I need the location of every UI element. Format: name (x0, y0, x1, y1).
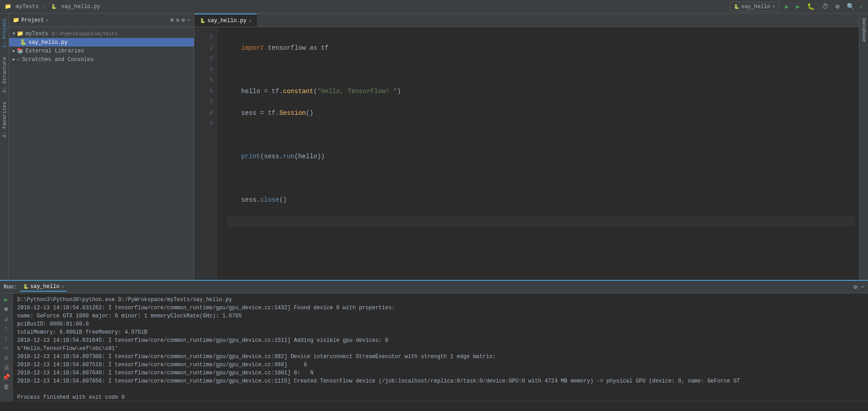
code-editor[interactable]: 1 2 3 4 5 6 7 8 9 import tensorflow as t… (194, 27, 859, 280)
scratch-icon: ✏ (17, 56, 20, 63)
run-restart-btn[interactable]: ↺ (4, 315, 8, 323)
run-print-btn[interactable]: 🖨 (3, 364, 9, 371)
expand-arrow-libs: ▶ (13, 48, 15, 53)
project-panel: 📁 Project ▾ ⚙ ⇅ ⚙ — ▼ 📁 myTexts D:\PyWro… (9, 14, 194, 280)
project-label: Project (21, 17, 44, 24)
folder-icon: 📁 (17, 30, 24, 37)
tab-close-btn[interactable]: ✕ (249, 18, 251, 24)
run-button[interactable]: ▶ (783, 2, 790, 11)
concurrency-button[interactable]: ⚙ (834, 2, 841, 11)
run-stop-btn[interactable]: ■ (4, 306, 8, 313)
tree-item-scratches[interactable]: ▶ ✏ Scratches and Consoles (9, 55, 194, 64)
run-label: Run: (4, 284, 17, 290)
tab-py-icon: 🐍 (200, 18, 205, 24)
title-separator: – (43, 3, 47, 10)
expand-arrow-scratch: ▶ (13, 57, 15, 62)
py-file-icon: 🐍 (20, 39, 27, 46)
structure-vert-tab[interactable]: 2: Structure (1, 52, 8, 97)
run-sidebar: ▶ ■ ↺ ↑ ↓ ⏎ ⊝ 🖨 📌 🗑 (0, 293, 13, 401)
output-line-8: 2018-12-13 14:10:54.807300: I tensorflow… (17, 353, 863, 361)
tab-filename: say_hello.py (208, 18, 246, 24)
coverage-button[interactable]: ▶ (794, 2, 802, 11)
code-line-8: sess.close() (226, 194, 854, 205)
lib-icon: 📚 (17, 47, 24, 54)
bottom-tabs-bar: Run: 🐍 say_hello ✕ ⚙ — (0, 281, 868, 293)
code-line-1: import tensorflow as tf (226, 43, 854, 53)
lib-label: External Libraries (25, 48, 84, 54)
sort-icon[interactable]: ⇅ (176, 17, 179, 24)
settings-icon[interactable]: ⚙ (182, 17, 185, 24)
run-scroll-down-btn[interactable]: ↓ (4, 335, 8, 342)
tree-item-myTexts[interactable]: ▼ 📁 myTexts D:\PyWrokspace\myTexts (9, 29, 194, 38)
code-line-3: hello = tf.constant("Hello, TensorFlow! … (226, 86, 854, 97)
gear-icon[interactable]: ⚙ (170, 17, 174, 24)
tree-item-say-hello[interactable]: 🐍 say_hello.py (9, 38, 194, 47)
output-line-5: totalMemory: 6.00GiB freeMemory: 4.97GiB (17, 328, 863, 336)
title-file-name: say_hello.py (61, 4, 100, 10)
py-file-label: say_hello.py (28, 39, 67, 46)
run-play-btn[interactable]: ▶ (4, 296, 8, 303)
tree-item-external-libs[interactable]: ▶ 📚 External Libraries (9, 47, 194, 55)
dropdown-arrow: ▾ (46, 18, 48, 23)
expand-arrow: ▼ (13, 32, 15, 36)
run-wrap-btn[interactable]: ⏎ (4, 344, 8, 352)
right-vertical-tabs: Database (859, 14, 868, 280)
run-input-bar (0, 401, 868, 411)
left-vertical-tabs: 1: Project 2: Structure 2: Favorites (0, 14, 9, 280)
code-line-7 (226, 173, 854, 184)
output-line-7: b'Hello,TensorFlow\xef\xbc\x81' (17, 345, 863, 353)
code-content[interactable]: import tensorflow as tf hello = tf.const… (217, 27, 859, 280)
run-scroll-up-btn[interactable]: ↑ (4, 325, 8, 332)
run-output: D:\Python3\Python36\python.exe D:/PyWrok… (13, 293, 868, 401)
database-vert-tab[interactable]: Database (860, 14, 868, 47)
output-line-4: pciBusID: 0000:01:00.0 (17, 320, 863, 328)
editor-tabs: 🐍 say_hello.py ✕ (194, 14, 859, 27)
tab-say-hello[interactable]: 🐍 say_hello.py ✕ (194, 14, 257, 27)
code-line-4: sess = tf.Session() (226, 108, 854, 118)
run-tab-icon: 🐍 (23, 284, 28, 289)
run-trash-btn[interactable]: 🗑 (3, 383, 9, 391)
run-config-icon: 🐍 (734, 4, 739, 9)
project-name: myTexts (16, 4, 38, 10)
code-line-2 (226, 64, 854, 75)
profile-button[interactable]: ⏱ (820, 2, 830, 11)
editor-area: 🐍 say_hello.py ✕ 1 2 3 4 5 6 7 8 9 impor… (194, 14, 859, 280)
run-config-label: say_hello (741, 4, 770, 10)
output-line-6: 2018-12-13 14:10:54.031645: I tensorflow… (17, 336, 863, 345)
output-line-1: D:\Python3\Python36\python.exe D:/PyWrok… (17, 296, 863, 304)
run-tab-label: say_hello (30, 283, 60, 290)
output-line-13: Process finished with exit code 0 (17, 393, 863, 401)
title-bar: 📁 myTexts – 🐍 say_hello.py 🐍 say_hello ▾… (0, 0, 868, 14)
title-right-controls: 🐍 say_hello ▾ ▶ ▶ 🐛 ⏱ ⚙ 🔍 ✓ (730, 2, 863, 11)
project-panel-title: 📁 Project ▾ (13, 17, 48, 24)
search-button[interactable]: 🔍 (845, 2, 856, 11)
run-config-dropdown[interactable]: 🐍 say_hello ▾ (730, 2, 779, 11)
folder-small-icon: 📁 (13, 17, 19, 24)
bottom-panel: Run: 🐍 say_hello ✕ ⚙ — ▶ ■ ↺ ↑ ↓ ⏎ ⊝ 🖨 📌… (0, 280, 868, 411)
output-line-3: name: GeForce GTX 1060 major: 6 minor: 1… (17, 312, 863, 320)
close-panel-icon[interactable]: — (187, 17, 190, 24)
output-line-9: 2018-12-13 14:10:54.807518: I tensorflow… (17, 361, 863, 369)
run-panel: ▶ ■ ↺ ↑ ↓ ⏎ ⊝ 🖨 📌 🗑 D:\Python3\Python36\… (0, 293, 868, 401)
code-line-9 (226, 216, 854, 227)
favorites-vert-tab[interactable]: 2: Favorites (1, 97, 8, 142)
output-line-2: 2018-12-13 14:10:54.031262: I tensorflow… (17, 304, 863, 312)
code-line-5 (226, 129, 854, 140)
run-filter-btn[interactable]: ⊝ (4, 354, 8, 362)
bottom-toolbar-right: ⚙ — (854, 283, 864, 291)
project-vert-tab[interactable]: 1: Project (1, 14, 8, 52)
project-tree: ▼ 📁 myTexts D:\PyWrokspace\myTexts 🐍 say… (9, 27, 194, 280)
run-tab[interactable]: 🐍 say_hello ✕ (20, 283, 67, 292)
output-line-11: 2018-12-13 14:10:54.807856: I tensorflow… (17, 377, 863, 385)
run-input-field[interactable] (5, 403, 863, 410)
dropdown-icon: ▾ (772, 3, 775, 10)
output-line-10: 2018-12-13 14:10:54.807640: I tensorflow… (17, 369, 863, 377)
minimize-btn[interactable]: — (861, 283, 864, 290)
output-line-12 (17, 385, 863, 393)
folder-label: myTexts (25, 31, 48, 37)
run-tab-close[interactable]: ✕ (61, 284, 64, 289)
debug-button[interactable]: 🐛 (805, 2, 816, 11)
settings-btn[interactable]: ⚙ (854, 283, 857, 291)
run-pin-btn[interactable]: 📌 (2, 373, 10, 381)
check-mark: ✓ (860, 3, 863, 10)
